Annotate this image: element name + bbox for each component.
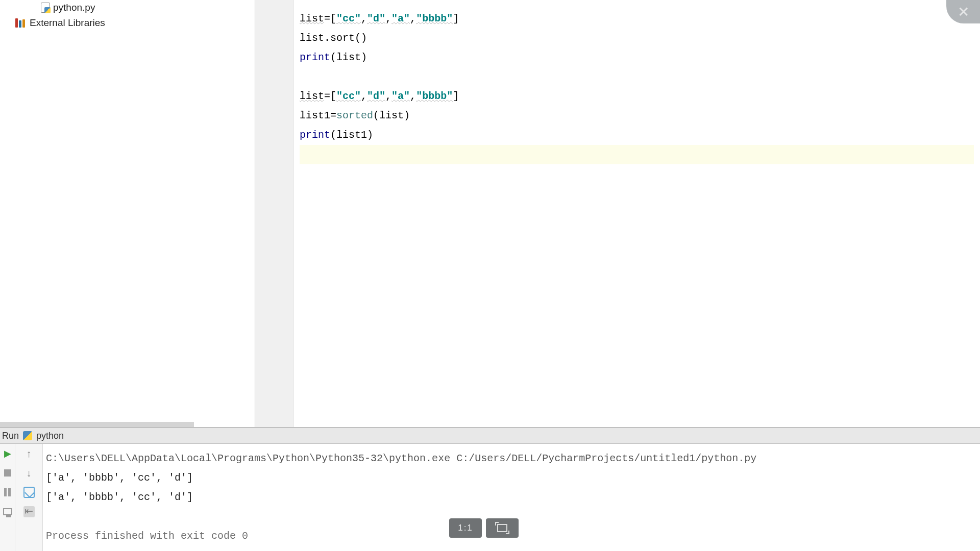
code-line[interactable] <box>300 67 974 87</box>
scroll-up-button[interactable]: ↑ <box>23 448 35 459</box>
project-tree-external-libraries[interactable]: External Libraries <box>0 15 255 31</box>
pause-icon <box>4 488 11 496</box>
play-icon: ▶ <box>4 448 11 459</box>
zoom-reset-button[interactable]: 1:1 <box>449 518 482 538</box>
libraries-label: External Libraries <box>30 17 105 29</box>
exit-button[interactable] <box>2 506 13 517</box>
monitor-icon <box>3 508 12 515</box>
run-side-toolbar-2: ↑ ↓ ⇥ <box>15 444 43 551</box>
code-area[interactable]: list=["cc","d","a","bbbb"]list.sort()pri… <box>293 0 980 427</box>
code-line[interactable]: list1=sorted(list) <box>300 106 974 126</box>
stop-icon <box>4 469 11 477</box>
fullscreen-button[interactable] <box>486 518 519 538</box>
fullscreen-icon <box>497 524 507 532</box>
run-config-name: python <box>36 431 64 441</box>
run-label: Run <box>2 431 19 441</box>
pause-button[interactable] <box>2 487 13 498</box>
console-line: ['a', 'bbbb', 'cc', 'd'] <box>46 488 977 507</box>
console-line: C:\Users\DELL\AppData\Local\Programs\Pyt… <box>46 449 977 468</box>
editor-gutter <box>255 0 293 427</box>
image-viewer-toolbar: 1:1 <box>449 518 519 538</box>
wrap-icon <box>23 487 35 498</box>
project-tree[interactable]: python.py External Libraries <box>0 0 255 427</box>
close-icon: ✕ <box>958 4 969 20</box>
run-toolwindow-header[interactable]: Run python <box>0 428 980 444</box>
libraries-icon <box>15 18 27 28</box>
python-icon <box>23 431 32 440</box>
code-line[interactable]: list=["cc","d","a","bbbb"] <box>300 87 974 106</box>
code-line[interactable]: list=["cc","d","a","bbbb"] <box>300 9 974 29</box>
code-editor[interactable]: list=["cc","d","a","bbbb"]list.sort()pri… <box>255 0 980 427</box>
code-line[interactable]: print(list) <box>300 48 974 67</box>
code-line[interactable]: list.sort() <box>300 29 974 48</box>
run-side-toolbar-1: ▶ <box>0 444 15 551</box>
scroll-end-icon: ⇥ <box>24 506 33 518</box>
code-line[interactable]: print(list1) <box>300 126 974 145</box>
project-tree-file-python[interactable]: python.py <box>0 0 255 15</box>
console-line: ['a', 'bbbb', 'cc', 'd'] <box>46 468 977 488</box>
rerun-button[interactable]: ▶ <box>2 448 13 459</box>
stop-button[interactable] <box>2 467 13 479</box>
file-label: python.py <box>53 2 95 13</box>
soft-wrap-button[interactable] <box>23 487 35 498</box>
run-toolwindow: ▶ ↑ ↓ ⇥ C:\Users\DELL\AppData\Local\Prog… <box>0 444 980 551</box>
python-file-icon <box>41 3 50 13</box>
zoom-ratio-label: 1:1 <box>458 523 473 533</box>
arrow-down-icon: ↓ <box>27 467 32 479</box>
scroll-down-button[interactable]: ↓ <box>23 467 35 479</box>
tree-scrollbar[interactable] <box>0 422 194 427</box>
main-area: python.py External Libraries list=["cc",… <box>0 0 980 428</box>
arrow-up-icon: ↑ <box>27 448 32 460</box>
scroll-to-end-button[interactable]: ⇥ <box>23 506 35 517</box>
current-line-highlight <box>300 145 974 164</box>
